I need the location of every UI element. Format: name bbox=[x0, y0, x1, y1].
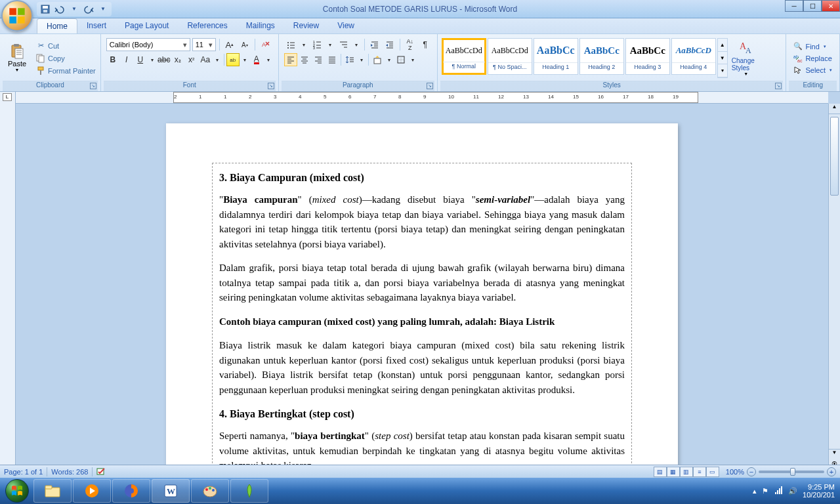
tab-home[interactable]: Home bbox=[37, 18, 77, 33]
clipboard-dialog-launcher[interactable]: ↘ bbox=[90, 83, 96, 89]
document-page[interactable]: 3. Biaya Campuran (mixed cost) "Biaya ca… bbox=[166, 123, 678, 491]
highlight-dropdown[interactable]: ▾ bbox=[240, 53, 249, 66]
scroll-up-icon[interactable]: ▲ bbox=[829, 104, 840, 114]
case-dropdown[interactable]: ▾ bbox=[213, 53, 222, 66]
format-painter-button[interactable]: Format Painter bbox=[34, 65, 98, 77]
tab-page-layout[interactable]: Page Layout bbox=[116, 18, 178, 33]
font-color-dropdown[interactable]: ▾ bbox=[264, 53, 273, 66]
change-styles-button[interactable]: AAChange Styles▼ bbox=[732, 38, 761, 78]
save-icon[interactable] bbox=[39, 3, 51, 15]
maximize-button[interactable]: ☐ bbox=[803, 0, 822, 12]
office-button[interactable] bbox=[1, 0, 33, 32]
taskbar-firefox[interactable] bbox=[112, 479, 150, 503]
web-layout-view-icon[interactable]: ▥ bbox=[680, 467, 693, 477]
full-screen-view-icon[interactable]: ▦ bbox=[667, 467, 680, 477]
taskbar-word[interactable]: W bbox=[152, 479, 190, 503]
bullets-dropdown[interactable]: ▾ bbox=[299, 38, 308, 51]
taskbar-corel[interactable] bbox=[230, 479, 268, 503]
style-item-heading-3[interactable]: AaBbCcHeading 3 bbox=[625, 38, 670, 75]
shading-button[interactable] bbox=[371, 53, 384, 66]
styles-more-icon[interactable]: ▾ bbox=[718, 64, 727, 77]
styles-down-icon[interactable]: ▼ bbox=[718, 52, 727, 65]
copy-button[interactable]: Copy bbox=[34, 52, 98, 64]
borders-button[interactable] bbox=[394, 53, 408, 66]
style-item---normal[interactable]: AaBbCcDd¶ Normal bbox=[442, 38, 486, 75]
align-right-button[interactable] bbox=[312, 53, 325, 66]
taskbar-explorer[interactable] bbox=[33, 479, 72, 503]
paste-button[interactable]: Paste ▼ bbox=[3, 35, 32, 81]
tab-selector[interactable]: L bbox=[3, 93, 12, 101]
word-count[interactable]: Words: 268 bbox=[51, 468, 88, 476]
qat-customize-icon[interactable]: ▼ bbox=[97, 3, 109, 15]
italic-button[interactable]: I bbox=[120, 53, 133, 66]
numbering-dropdown[interactable]: ▾ bbox=[326, 38, 335, 51]
tab-references[interactable]: References bbox=[178, 18, 236, 33]
zoom-thumb[interactable] bbox=[790, 468, 795, 476]
find-button[interactable]: 🔍Find▾ bbox=[791, 41, 834, 52]
show-marks-button[interactable]: ¶ bbox=[419, 38, 432, 51]
style-item---no-spaci---[interactable]: AaBbCcDd¶ No Spaci... bbox=[488, 38, 532, 75]
scroll-down-icon[interactable]: ▼ bbox=[829, 449, 840, 459]
tab-mailings[interactable]: Mailings bbox=[237, 18, 284, 33]
align-center-button[interactable] bbox=[298, 53, 311, 66]
change-case-button[interactable]: Aa bbox=[199, 53, 212, 66]
volume-icon[interactable]: 🔊 bbox=[788, 487, 797, 495]
justify-button[interactable] bbox=[326, 53, 339, 66]
print-layout-view-icon[interactable]: ▤ bbox=[654, 467, 667, 477]
bullets-button[interactable] bbox=[284, 38, 297, 51]
taskbar-paint[interactable] bbox=[191, 479, 229, 503]
decrease-indent-button[interactable] bbox=[368, 38, 381, 51]
font-dialog-launcher[interactable]: ↘ bbox=[268, 83, 274, 89]
scroll-thumb[interactable] bbox=[830, 117, 839, 196]
tab-insert[interactable]: Insert bbox=[77, 18, 116, 33]
cut-button[interactable]: ✂Cut bbox=[34, 40, 98, 52]
bold-button[interactable]: B bbox=[106, 53, 119, 66]
strikethrough-button[interactable]: abc bbox=[158, 53, 171, 66]
minimize-button[interactable]: ─ bbox=[785, 0, 803, 12]
style-item-heading-2[interactable]: AaBbCcHeading 2 bbox=[579, 38, 624, 75]
grow-font-button[interactable]: A▴ bbox=[223, 38, 236, 51]
line-spacing-button[interactable] bbox=[343, 53, 356, 66]
zoom-out-button[interactable]: − bbox=[747, 467, 756, 476]
clear-formatting-button[interactable]: A bbox=[259, 38, 272, 51]
paragraph-dialog-launcher[interactable]: ↘ bbox=[427, 83, 433, 89]
draft-view-icon[interactable]: ▭ bbox=[706, 467, 719, 477]
borders-dropdown[interactable]: ▾ bbox=[408, 53, 417, 66]
increase-indent-button[interactable] bbox=[383, 38, 396, 51]
vertical-ruler[interactable]: L bbox=[0, 92, 16, 491]
style-item-heading-1[interactable]: AaBbCcHeading 1 bbox=[534, 38, 578, 75]
select-button[interactable]: Select▾ bbox=[791, 65, 834, 75]
font-name-combo[interactable]: Calibri (Body)▾ bbox=[106, 38, 190, 51]
dropdown-icon[interactable]: ▼ bbox=[68, 3, 80, 15]
line-spacing-dropdown[interactable]: ▾ bbox=[357, 53, 366, 66]
proofing-icon[interactable] bbox=[96, 467, 106, 477]
zoom-level[interactable]: 100% bbox=[726, 468, 744, 476]
flag-icon[interactable]: ⚑ bbox=[762, 487, 768, 495]
numbering-button[interactable]: 123 bbox=[310, 38, 324, 51]
align-left-button[interactable] bbox=[284, 53, 297, 66]
page-scroll[interactable]: 3. Biaya Campuran (mixed cost) "Biaya ca… bbox=[16, 104, 828, 491]
sort-button[interactable]: A↓Z bbox=[404, 38, 417, 51]
redo-icon[interactable] bbox=[83, 3, 94, 15]
vertical-scrollbar[interactable]: ▲ ▼ ⦿ ◇ ⦿ bbox=[828, 104, 840, 491]
replace-button[interactable]: abacReplace bbox=[791, 53, 834, 64]
underline-button[interactable]: U bbox=[134, 53, 147, 66]
font-size-combo[interactable]: 11▾ bbox=[192, 38, 216, 51]
taskbar-media-player[interactable] bbox=[73, 479, 111, 503]
network-icon[interactable] bbox=[774, 486, 783, 496]
shading-dropdown[interactable]: ▾ bbox=[385, 53, 394, 66]
underline-dropdown[interactable]: ▾ bbox=[148, 53, 157, 66]
multilevel-dropdown[interactable]: ▾ bbox=[352, 38, 361, 51]
styles-gallery-arrows[interactable]: ▲▼▾ bbox=[717, 38, 728, 78]
styles-up-icon[interactable]: ▲ bbox=[718, 39, 727, 52]
page-indicator[interactable]: Page: 1 of 1 bbox=[4, 468, 43, 476]
subscript-button[interactable]: x₂ bbox=[171, 53, 184, 66]
style-item-heading-4[interactable]: AaBbCcDHeading 4 bbox=[671, 38, 716, 75]
start-button[interactable] bbox=[1, 478, 33, 504]
styles-dialog-launcher[interactable]: ↘ bbox=[775, 83, 782, 89]
tab-review[interactable]: Review bbox=[284, 18, 328, 33]
shrink-font-button[interactable]: A▾ bbox=[238, 38, 251, 51]
font-color-button[interactable]: A bbox=[250, 53, 263, 66]
zoom-slider[interactable] bbox=[759, 471, 824, 473]
tab-view[interactable]: View bbox=[328, 18, 364, 33]
